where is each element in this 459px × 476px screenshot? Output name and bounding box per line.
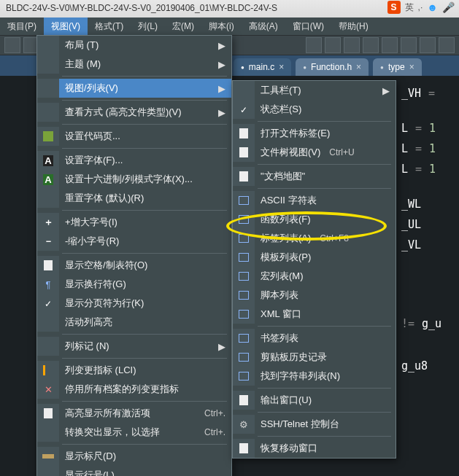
- menu-item[interactable]: 视图/列表(V)▶: [37, 79, 231, 98]
- menu-item[interactable]: 状态栏(S): [233, 100, 396, 119]
- menu-item[interactable]: 输出窗口(U): [233, 391, 396, 410]
- toolbar-button[interactable]: [382, 37, 398, 53]
- menu-item-label: 布局 (T): [65, 39, 225, 52]
- menu-item[interactable]: 书签列表: [233, 329, 396, 348]
- menu-item[interactable]: 标签列表(A)Ctrl+F8: [233, 229, 396, 248]
- menu-item[interactable]: 重置字体 (默认)(R): [37, 189, 231, 208]
- menu-item[interactable]: 停用所有档案的列变更指标: [37, 380, 231, 399]
- menu-item[interactable]: 显示分页符为行(K): [37, 294, 231, 313]
- menu-列(L)[interactable]: 列(L): [131, 17, 165, 35]
- menu-item[interactable]: 找到字符串列表(N): [233, 367, 396, 386]
- menu-item-label: 恢复移动窗口: [261, 442, 317, 455]
- menu-item[interactable]: 显示标尺(D): [37, 447, 231, 466]
- doc-icon: [37, 404, 59, 423]
- menu-item[interactable]: -缩小字号(R): [37, 232, 231, 251]
- blank-icon: [37, 103, 59, 122]
- menu-item[interactable]: 模板列表(P): [233, 248, 396, 267]
- menu-item[interactable]: 文件树视图(V)Ctrl+U: [233, 143, 396, 162]
- toolbar-button[interactable]: [363, 37, 379, 53]
- menu-item[interactable]: 脚本列表: [233, 286, 396, 305]
- menu-item[interactable]: 转换突出显示，以选择Ctrl+.: [37, 423, 231, 442]
- menu-item[interactable]: 列变更指标 (LCI): [37, 361, 231, 380]
- menu-separator: [62, 124, 227, 125]
- menu-item[interactable]: 显示换行符(G): [37, 275, 231, 294]
- tab-label: type: [388, 62, 405, 72]
- lci-icon: [37, 361, 59, 380]
- menu-item-label: 显示换行符(G): [65, 278, 225, 291]
- list-icon: [233, 191, 255, 210]
- menu-item[interactable]: A设置十六进制/列模式字体(X)...: [37, 170, 231, 189]
- toolbar-button[interactable]: [344, 37, 360, 53]
- file-tab[interactable]: ●Function.h×: [296, 58, 369, 76]
- toolbar-button[interactable]: [325, 37, 341, 53]
- ime-punct[interactable]: ,·: [418, 2, 423, 12]
- menu-item[interactable]: 显示空格/制表符(O): [37, 256, 231, 275]
- menu-item[interactable]: 主题 (M)▶: [37, 55, 231, 74]
- menu-宏(M)[interactable]: 宏(M): [165, 17, 201, 35]
- menu-item[interactable]: 设置代码页...: [37, 127, 231, 146]
- list-icon: [233, 210, 255, 229]
- menu-项目(P)[interactable]: 项目(P): [0, 17, 44, 35]
- blank-icon: [37, 423, 59, 442]
- list-icon: [233, 286, 255, 305]
- menu-item[interactable]: 恢复移动窗口: [233, 439, 396, 458]
- menu-item[interactable]: 布局 (T)▶: [37, 36, 231, 55]
- close-icon[interactable]: ×: [409, 62, 414, 72]
- close-icon[interactable]: ×: [279, 62, 284, 72]
- minus-icon: [37, 232, 59, 251]
- toolbar-button[interactable]: [439, 37, 455, 53]
- menu-格式(T)[interactable]: 格式(T): [88, 17, 131, 35]
- submenu-arrow-icon: ▶: [218, 83, 225, 94]
- list-icon: [233, 305, 255, 324]
- menu-item[interactable]: 函数列表(F): [233, 210, 396, 229]
- menu-item[interactable]: ASCII 字符表: [233, 191, 396, 210]
- menu-item-label: 主题 (M): [65, 58, 225, 71]
- file-tab[interactable]: ●main.c×: [234, 58, 291, 76]
- menu-item-label: 文件树视图(V): [261, 146, 320, 159]
- menu-item-label: 显示行号(L): [65, 469, 225, 476]
- menu-高级(A)[interactable]: 高级(A): [242, 17, 285, 35]
- menu-item[interactable]: XML 窗口: [233, 305, 396, 324]
- blank-icon: [37, 313, 59, 332]
- menu-item[interactable]: 列标记 (N)▶: [37, 337, 231, 356]
- menu-item[interactable]: 打开文件标签(E): [233, 124, 396, 143]
- menu-item[interactable]: A设置字体(F)...: [37, 151, 231, 170]
- menu-item[interactable]: 活动列高亮: [37, 313, 231, 332]
- menu-item[interactable]: 剪贴板历史记录: [233, 348, 396, 367]
- menu-帮助(H)[interactable]: 帮助(H): [331, 17, 376, 35]
- menu-separator: [62, 100, 227, 101]
- mic-icon[interactable]: 🎤: [442, 1, 455, 13]
- sq-icon: [37, 127, 59, 146]
- menu-item[interactable]: 查看方式 (高亮文件类型)(V)▶: [37, 103, 231, 122]
- ime-lang[interactable]: 英: [405, 1, 414, 14]
- blank-icon: [37, 466, 59, 476]
- menu-item[interactable]: "文档地图": [233, 167, 396, 186]
- menu-item[interactable]: SSH/Telnet 控制台: [233, 415, 396, 434]
- toolbar-button[interactable]: [401, 37, 417, 53]
- menu-脚本(i)[interactable]: 脚本(i): [201, 17, 242, 35]
- close-icon[interactable]: ×: [356, 62, 361, 72]
- menu-窗口(W)[interactable]: 窗口(W): [285, 17, 331, 35]
- blank-icon: [37, 189, 59, 208]
- toolbar-button[interactable]: [420, 37, 436, 53]
- smile-icon[interactable]: ☻: [427, 1, 438, 13]
- menu-item[interactable]: +增大字号(I): [37, 213, 231, 232]
- menu-separator: [62, 253, 227, 254]
- menu-item[interactable]: 宏列表(M): [233, 267, 396, 286]
- code-text: _VH: [401, 87, 421, 100]
- menu-item[interactable]: 高亮显示所有激活项Ctrl+.: [37, 404, 231, 423]
- menubar: 项目(P)视图(V)格式(T)列(L)宏(M)脚本(i)高级(A)窗口(W)帮助…: [0, 17, 459, 35]
- submenu-arrow-icon: ▶: [218, 341, 225, 352]
- toolbar-button[interactable]: [4, 37, 20, 53]
- toolbar-button[interactable]: [306, 37, 322, 53]
- menu-item-label: "文档地图": [261, 170, 305, 183]
- menu-separator: [62, 76, 227, 77]
- list-icon: [233, 367, 255, 386]
- submenu-arrow-icon: ▶: [218, 107, 225, 118]
- menu-item[interactable]: 显示行号(L): [37, 466, 231, 476]
- menu-item-label: 设置字体(F)...: [65, 154, 225, 167]
- menu-item[interactable]: 工具栏(T)▶: [233, 81, 396, 100]
- view-list-submenu: 工具栏(T)▶状态栏(S)打开文件标签(E)文件树视图(V)Ctrl+U"文档地…: [232, 80, 396, 459]
- file-tab[interactable]: ●type×: [373, 58, 422, 76]
- menu-视图(V)[interactable]: 视图(V): [44, 17, 88, 35]
